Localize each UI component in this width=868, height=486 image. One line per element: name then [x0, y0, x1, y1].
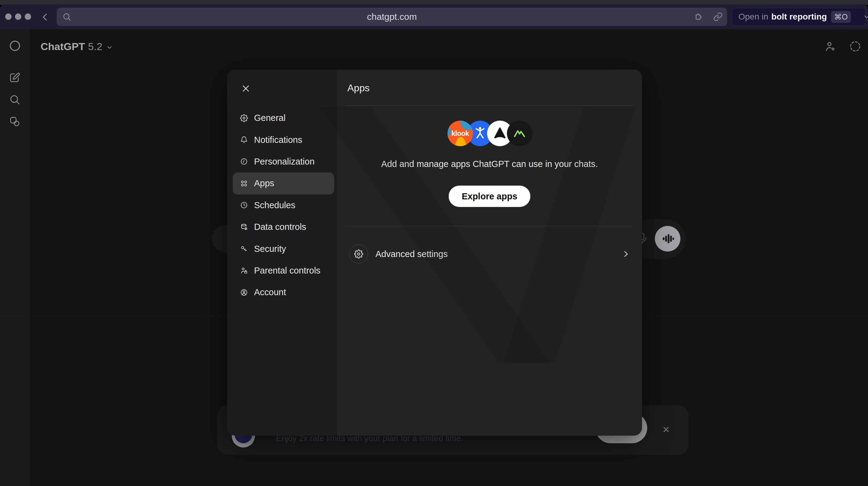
open-in-prefix: Open in: [738, 12, 768, 22]
chevron-right-icon: [621, 250, 630, 259]
divider: [345, 226, 633, 226]
settings-nav-notifications[interactable]: Notifications: [233, 129, 334, 150]
settings-nav-schedules[interactable]: Schedules: [233, 195, 334, 216]
open-in-app-button[interactable]: Open in bolt reporting ⌘O: [732, 8, 866, 26]
app-sidebar: [0, 29, 30, 486]
extension-icon[interactable]: [693, 12, 703, 22]
search-chats-icon[interactable]: [9, 94, 21, 106]
openai-logo-icon[interactable]: [9, 40, 21, 52]
waveform-icon: [660, 231, 675, 246]
settings-nav-security[interactable]: Security: [233, 238, 334, 259]
klook-label: klook: [452, 130, 469, 138]
close-icon: [661, 425, 671, 434]
back-button[interactable]: [40, 11, 51, 23]
apps-description: Add and manage apps ChatGPT can use in y…: [337, 159, 642, 169]
chevron-down-icon: [105, 44, 114, 51]
chevron-left-icon: [40, 11, 51, 23]
divider: [345, 105, 633, 106]
settings-nav-personalization[interactable]: Personalization: [233, 151, 334, 172]
promo-banner-close-button[interactable]: [659, 423, 673, 436]
panel-title: Apps: [347, 82, 370, 94]
model-version: 5.2: [88, 40, 102, 53]
settings-nav-general[interactable]: General: [233, 107, 334, 129]
clock-icon: [240, 201, 248, 209]
advanced-settings-row[interactable]: Advanced settings: [345, 242, 633, 265]
new-chat-icon[interactable]: [9, 72, 21, 84]
chat-page-background: ChatGPT 5.2 Enjoy 2x rate limits with yo…: [0, 29, 868, 486]
settings-nav-data-controls[interactable]: Data controls: [233, 216, 334, 238]
window-minimize-button[interactable]: [15, 13, 21, 20]
browser-toolbar: chatgpt.com Open in bolt reporting ⌘O: [0, 4, 868, 30]
settings-dialog: Apps klook Add and manage apps ChatGPT c…: [227, 69, 642, 436]
chevron-down-icon[interactable]: [863, 12, 868, 21]
address-bar[interactable]: chatgpt.com: [57, 8, 727, 26]
apps-grid-icon: [240, 179, 248, 188]
app-title: ChatGPT: [40, 40, 85, 53]
explore-apps-button[interactable]: Explore apps: [448, 185, 530, 207]
share-person-icon[interactable]: [824, 40, 836, 53]
window-zoom-button[interactable]: [25, 13, 31, 20]
keyboard-shortcut-badge: ⌘O: [831, 11, 850, 23]
settings-nav-account[interactable]: Account: [233, 282, 334, 303]
klook-app-icon: klook: [447, 121, 473, 146]
database-icon: [240, 223, 248, 231]
alltrails-app-icon: [507, 121, 532, 146]
bell-icon: [240, 136, 248, 144]
url-text: chatgpt.com: [57, 8, 727, 26]
gear-icon: [240, 114, 248, 122]
profile-placeholder-icon[interactable]: [849, 40, 861, 53]
open-in-app-name: bolt reporting: [771, 12, 827, 22]
link-icon[interactable]: [713, 12, 723, 22]
window-close-button[interactable]: [5, 13, 11, 20]
voice-mode-button[interactable]: [655, 226, 680, 252]
settings-close-button[interactable]: [238, 81, 253, 96]
gear-icon: [349, 245, 368, 263]
browser-window: chatgpt.com Open in bolt reporting ⌘O: [0, 4, 868, 486]
settings-nav-parental-controls[interactable]: Parental controls: [233, 260, 334, 282]
close-icon: [241, 84, 251, 93]
settings-nav-apps[interactable]: Apps: [233, 172, 334, 194]
advanced-settings-label: Advanced settings: [375, 249, 448, 259]
key-icon: [240, 245, 248, 253]
person-circle-icon: [240, 288, 248, 296]
dial-icon: [240, 158, 248, 166]
person-lock-icon: [240, 266, 248, 275]
gpts-icon[interactable]: [9, 116, 21, 128]
settings-nav: General Notifications Personalization Ap…: [233, 107, 334, 304]
model-selector[interactable]: ChatGPT 5.2: [40, 40, 114, 53]
settings-apps-panel: Apps klook Add and manage apps ChatGPT c…: [337, 69, 642, 436]
